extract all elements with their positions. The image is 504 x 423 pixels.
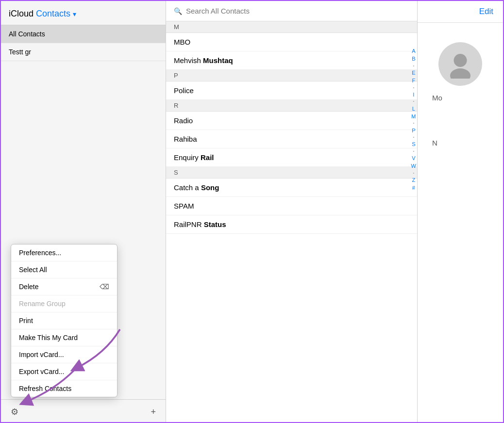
context-menu: Preferences...Select AllDelete⌫Rename Gr…: [11, 244, 118, 397]
index-letter[interactable]: I: [413, 91, 414, 98]
sidebar-group-item[interactable]: Testt gr: [1, 43, 166, 61]
context-menu-item[interactable]: Export vCard...: [11, 363, 117, 380]
index-letter[interactable]: E: [412, 69, 415, 76]
section-header: M: [166, 21, 417, 33]
avatar-icon: [446, 49, 475, 79]
index-letter[interactable]: S: [412, 141, 415, 147]
search-input[interactable]: [186, 7, 409, 15]
contact-name: MBO: [174, 38, 190, 46]
detail-header: Edit: [418, 1, 503, 23]
add-group-button[interactable]: +: [149, 405, 158, 419]
context-menu-item[interactable]: Delete⌫: [11, 278, 117, 295]
contact-row[interactable]: Rahiba: [166, 130, 417, 148]
contact-row[interactable]: Radio: [166, 112, 417, 130]
context-menu-item-label: Export vCard...: [19, 368, 64, 375]
detail-panel: Edit Mo N: [418, 1, 503, 423]
index-letter[interactable]: P: [412, 127, 415, 134]
edit-button[interactable]: Edit: [479, 7, 493, 16]
context-menu-item-label: Import vCard...: [19, 351, 64, 358]
contact-row[interactable]: Police: [166, 81, 417, 100]
contact-lastname: Mushtaq: [203, 56, 233, 65]
index-letter[interactable]: W: [411, 163, 416, 169]
index-letter[interactable]: V: [412, 155, 415, 162]
contact-row[interactable]: RailPNR Status: [166, 215, 417, 234]
svg-point-0: [454, 54, 467, 67]
context-menu-item[interactable]: Import vCard...: [11, 346, 117, 363]
index-letter[interactable]: Z: [412, 177, 415, 183]
index-letter[interactable]: L: [412, 105, 415, 112]
chevron-icon[interactable]: ▾: [73, 10, 76, 18]
contacts-panel: 🔍 MMBOMehvish MushtaqPPoliceRRadioRahiba…: [166, 1, 418, 423]
context-menu-shortcut-icon: ⌫: [100, 283, 109, 291]
app-title: iCloud Contacts ▾: [9, 9, 158, 19]
contacts-label: Contacts: [36, 9, 70, 18]
index-letter[interactable]: F: [412, 77, 415, 84]
index-letter[interactable]: M: [411, 113, 416, 120]
context-menu-item[interactable]: Select All: [11, 261, 117, 278]
index-dot: •: [413, 64, 414, 68]
context-menu-item-label: Print: [19, 317, 33, 325]
avatar: [438, 42, 482, 86]
index-letter[interactable]: A: [412, 48, 415, 54]
detail-name-n: N: [432, 139, 437, 147]
index-dot: •: [413, 99, 414, 104]
contact-name: Rahiba: [174, 135, 197, 143]
sidebar-group-item[interactable]: All Contacts: [1, 25, 166, 43]
search-bar: 🔍: [166, 1, 417, 21]
contact-name: Enquiry Rail: [174, 153, 214, 162]
index-dot: •: [413, 85, 414, 90]
gear-button[interactable]: ⚙: [9, 405, 20, 419]
context-menu-item-label: Rename Group: [19, 300, 66, 308]
context-menu-item[interactable]: Print: [11, 312, 117, 329]
contact-lastname: Status: [204, 220, 226, 228]
contact-name: Police: [174, 86, 194, 95]
section-header: S: [166, 167, 417, 179]
context-menu-item-label: Select All: [19, 266, 47, 274]
contacts-list: MMBOMehvish MushtaqPPoliceRRadioRahibaEn…: [166, 21, 417, 423]
section-header: R: [166, 100, 417, 112]
index-dot: •: [413, 121, 414, 126]
index-letter[interactable]: #: [412, 184, 415, 191]
contact-row[interactable]: SPAM: [166, 197, 417, 215]
sidebar-header: iCloud Contacts ▾: [1, 1, 166, 25]
sidebar-footer: ⚙ +: [1, 399, 166, 423]
sidebar: iCloud Contacts ▾ All ContactsTestt gr P…: [1, 1, 166, 423]
section-header: P: [166, 70, 417, 81]
contact-row[interactable]: Mehvish Mushtaq: [166, 51, 417, 70]
svg-point-1: [450, 68, 470, 79]
index-dot: •: [413, 135, 414, 140]
detail-body: Mo N: [418, 23, 503, 157]
detail-name-mo: Mo: [432, 94, 442, 102]
context-menu-item-label: Refresh Contacts: [19, 385, 71, 392]
context-menu-item[interactable]: Preferences...: [11, 244, 117, 261]
contact-name: RailPNR Status: [174, 220, 226, 228]
index-dot: •: [413, 171, 414, 176]
contact-row[interactable]: MBO: [166, 33, 417, 51]
contact-name: Catch a Song: [174, 183, 219, 192]
context-menu-item-label: Make This My Card: [19, 334, 78, 342]
index-bar: AB•EF•I•LM•P•S•VW•Z#: [410, 46, 417, 194]
contact-name: SPAM: [174, 202, 194, 210]
contact-lastname: Rail: [201, 153, 214, 162]
icloud-label: iCloud: [9, 9, 34, 18]
context-menu-item-label: Delete: [19, 283, 38, 291]
contacts-list-container: MMBOMehvish MushtaqPPoliceRRadioRahibaEn…: [166, 21, 417, 423]
context-menu-item[interactable]: Make This My Card: [11, 329, 117, 346]
contact-name: Mehvish Mushtaq: [174, 56, 233, 65]
index-letter[interactable]: B: [412, 55, 415, 62]
search-icon: 🔍: [174, 7, 182, 15]
context-menu-item-label: Preferences...: [19, 249, 61, 257]
contact-lastname: Song: [201, 183, 219, 192]
contact-row[interactable]: Enquiry Rail: [166, 148, 417, 167]
contact-row[interactable]: Catch a Song: [166, 179, 417, 197]
index-dot: •: [413, 149, 414, 154]
context-menu-item[interactable]: Refresh Contacts: [11, 380, 117, 397]
contact-name: Radio: [174, 116, 193, 125]
context-menu-item: Rename Group: [11, 295, 117, 312]
